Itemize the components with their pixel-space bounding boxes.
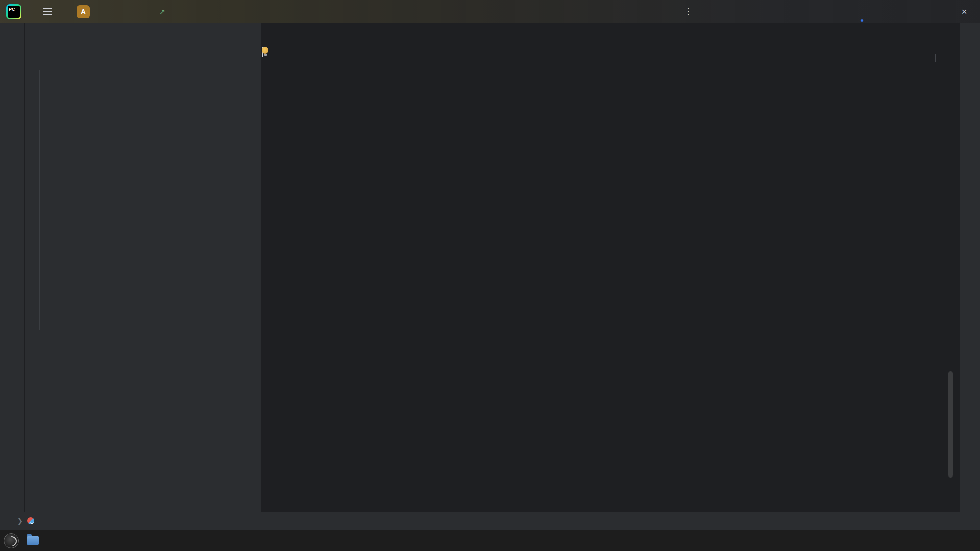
taskbar [0,530,980,551]
editor [262,23,960,512]
minetest-file-icon [27,517,34,524]
outgoing-commits-icon: ↗ [159,8,165,16]
breadcrumb-separator: ❯ [17,517,23,525]
workspace [0,23,980,512]
window-maximize-button[interactable] [921,0,939,23]
vcs-branch-widget[interactable]: ↗ [152,0,169,23]
tree-indent-guide [39,70,40,330]
project-avatar: A [77,5,90,18]
run-configuration-widget: ⋮ [627,0,696,23]
pycharm-window: A ↗ ⋮ × [0,0,980,551]
more-actions-button[interactable]: ⋮ [680,4,696,20]
settings-notification-dot [860,19,864,22]
tool-window-stripe-right [960,23,980,512]
editor-scrollbar[interactable] [948,371,953,478]
window-minimize-button[interactable] [887,0,904,23]
divider [935,54,936,62]
tool-window-stripe-left [0,23,24,512]
breadcrumb: ❯ [9,517,38,525]
main-menu-button[interactable] [43,0,52,23]
intention-bulb-icon[interactable] [262,47,269,56]
system-tray [966,530,974,551]
window-close-button[interactable]: × [955,0,973,23]
titlebar: A ↗ ⋮ × [0,0,980,23]
run-button[interactable] [637,4,653,20]
project-tool-window [24,23,262,512]
statusbar: ❯ [0,512,980,530]
taskbar-file-manager-button[interactable] [22,530,43,551]
debug-button[interactable] [658,4,675,20]
taskbar-start-button[interactable] [0,530,22,551]
editor-tabbar [262,23,960,47]
search-everywhere-button[interactable] [819,0,835,16]
code-editor[interactable] [262,47,960,512]
inspections-widget[interactable] [916,51,946,64]
pycharm-logo-icon [6,0,21,23]
project-widget[interactable]: A [77,0,97,23]
taskbar-clock[interactable] [974,530,980,551]
